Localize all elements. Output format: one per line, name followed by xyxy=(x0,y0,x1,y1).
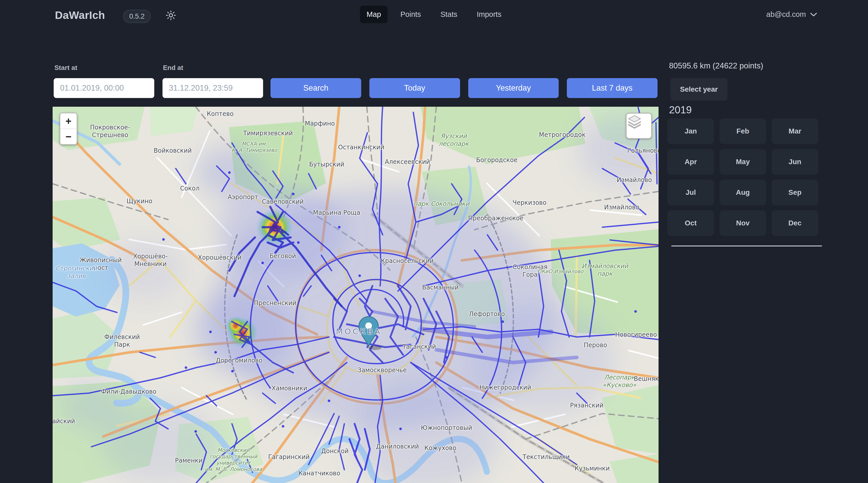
user-email: ab@cd.com xyxy=(766,10,806,19)
month-jan-button[interactable]: Jan xyxy=(668,119,714,144)
month-jun-button[interactable]: Jun xyxy=(772,149,818,174)
end-at-label: End at xyxy=(163,64,183,72)
user-menu[interactable]: ab@cd.com xyxy=(766,10,817,19)
start-at-input[interactable] xyxy=(54,78,154,98)
sidebar-divider xyxy=(671,246,822,246)
yesterday-button[interactable]: Yesterday xyxy=(468,78,559,98)
month-sep-button[interactable]: Sep xyxy=(772,180,818,205)
app-logo: DaWarIch xyxy=(55,9,105,22)
year-heading: 2019 xyxy=(669,104,692,116)
month-aug-button[interactable]: Aug xyxy=(720,180,766,205)
nav-tabs: MapPointsStatsImports xyxy=(360,6,508,23)
quick-buttons: SearchTodayYesterdayLast 7 days xyxy=(271,78,657,98)
month-apr-button[interactable]: Apr xyxy=(668,149,714,174)
map-zoom-control: + − xyxy=(60,113,77,145)
month-may-button[interactable]: May xyxy=(720,149,766,174)
zoom-out-button[interactable]: − xyxy=(60,129,76,144)
zoom-in-button[interactable]: + xyxy=(60,114,76,129)
tab-imports[interactable]: Imports xyxy=(470,6,508,23)
end-at-input[interactable] xyxy=(162,78,263,98)
search-button[interactable]: Search xyxy=(271,78,361,98)
chevron-down-icon xyxy=(810,10,817,19)
distance-stats: 80595.6 km (24622 points) xyxy=(669,61,763,70)
today-button[interactable]: Today xyxy=(369,78,460,98)
layers-control-button[interactable] xyxy=(626,113,652,139)
last-7-days-button[interactable]: Last 7 days xyxy=(567,78,657,98)
month-dec-button[interactable]: Dec xyxy=(772,211,818,236)
tab-points[interactable]: Points xyxy=(394,6,428,23)
select-year-button[interactable]: Select year xyxy=(670,78,727,101)
month-grid: JanFebMarAprMayJunJulAugSepOctNovDec xyxy=(668,119,818,236)
version-badge: 0.5.2 xyxy=(123,10,151,23)
map-canvas[interactable]: КоптевоМарфиноПокровское- СтрешневоТимир… xyxy=(53,107,658,483)
month-mar-button[interactable]: Mar xyxy=(772,119,818,144)
month-oct-button[interactable]: Oct xyxy=(668,211,714,236)
month-nov-button[interactable]: Nov xyxy=(720,211,766,236)
sun-icon xyxy=(165,10,177,22)
start-at-label: Start at xyxy=(54,64,78,72)
month-jul-button[interactable]: Jul xyxy=(668,180,714,205)
theme-toggle-button[interactable] xyxy=(165,10,177,22)
tab-map[interactable]: Map xyxy=(360,6,388,23)
month-feb-button[interactable]: Feb xyxy=(720,119,766,144)
tab-stats[interactable]: Stats xyxy=(434,6,464,23)
map-tiles xyxy=(53,107,658,483)
